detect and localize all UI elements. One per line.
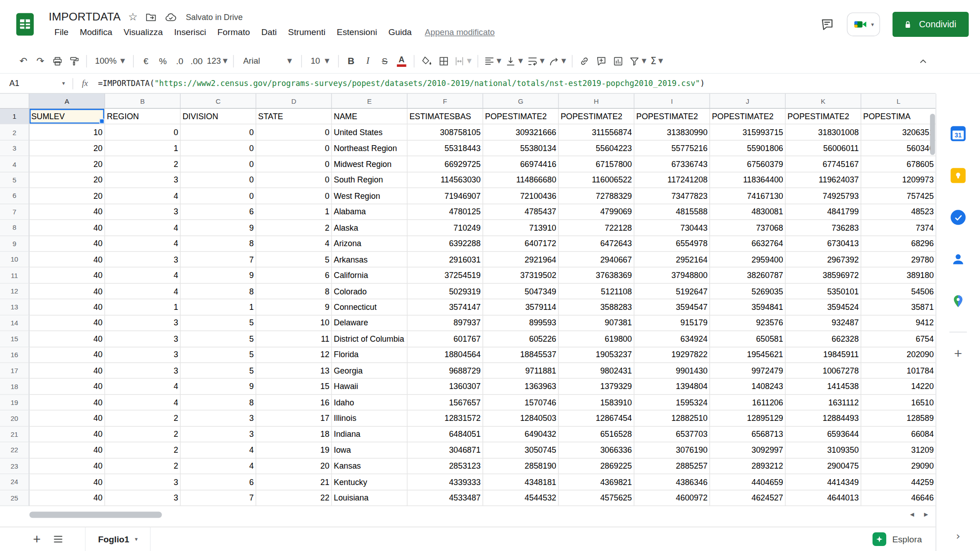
- text-color-button[interactable]: A: [393, 52, 410, 70]
- cell-G12[interactable]: 5047349: [483, 283, 559, 299]
- cell-I23[interactable]: 2885257: [635, 458, 710, 474]
- cell-D3[interactable]: 0: [256, 141, 332, 157]
- cell-C13[interactable]: 1: [181, 299, 256, 315]
- keep-icon[interactable]: [946, 163, 971, 188]
- cell-K24[interactable]: 4414349: [786, 474, 861, 490]
- cell-G1[interactable]: POPESTIMATE2: [483, 109, 559, 125]
- cell-F18[interactable]: 1360307: [407, 379, 483, 395]
- cell-L10[interactable]: 29780: [861, 252, 935, 268]
- cell-F15[interactable]: 601767: [407, 331, 483, 347]
- cell-E21[interactable]: Indiana: [332, 426, 407, 442]
- cell-J18[interactable]: 1408243: [710, 379, 786, 395]
- cell-K19[interactable]: 1631112: [786, 395, 861, 411]
- column-header-C[interactable]: C: [181, 94, 256, 108]
- cell-C19[interactable]: 8: [181, 395, 256, 411]
- cell-C10[interactable]: 7: [181, 252, 256, 268]
- cell-J11[interactable]: 38260787: [710, 268, 786, 283]
- cell-I11[interactable]: 37948800: [635, 268, 710, 283]
- cell-I12[interactable]: 5192647: [635, 283, 710, 299]
- cell-A11[interactable]: 40: [30, 268, 105, 283]
- cell-F21[interactable]: 6484051: [407, 426, 483, 442]
- cell-J12[interactable]: 5269035: [710, 283, 786, 299]
- cell-G5[interactable]: 114866680: [483, 172, 559, 188]
- cell-C15[interactable]: 5: [181, 331, 256, 347]
- cell-J21[interactable]: 6568713: [710, 426, 786, 442]
- cell-C5[interactable]: 0: [181, 172, 256, 188]
- cell-B18[interactable]: 4: [105, 379, 181, 395]
- cell-D7[interactable]: 1: [256, 204, 332, 220]
- cell-I4[interactable]: 67336743: [635, 157, 710, 172]
- cell-C7[interactable]: 6: [181, 204, 256, 220]
- bold-button[interactable]: B: [343, 52, 360, 70]
- cell-K5[interactable]: 119624037: [786, 172, 861, 188]
- text-rotation-button[interactable]: ▾: [546, 52, 568, 70]
- cell-K13[interactable]: 3594524: [786, 299, 861, 315]
- cell-K4[interactable]: 67745167: [786, 157, 861, 172]
- cell-J2[interactable]: 315993715: [710, 125, 786, 141]
- cell-I17[interactable]: 9901430: [635, 363, 710, 379]
- more-formats-button[interactable]: 123 ▾: [205, 52, 229, 70]
- cell-L8[interactable]: 7374: [861, 220, 935, 236]
- decrease-decimal-button[interactable]: .0: [171, 52, 188, 70]
- cell-D10[interactable]: 5: [256, 252, 332, 268]
- maps-icon[interactable]: [946, 288, 971, 313]
- cell-I25[interactable]: 4600972: [635, 490, 710, 506]
- cell-C2[interactable]: 0: [181, 125, 256, 141]
- text-wrap-button[interactable]: ▾: [525, 52, 546, 70]
- cell-G22[interactable]: 3050745: [483, 442, 559, 458]
- vertical-align-button[interactable]: ▾: [503, 52, 525, 70]
- italic-button[interactable]: I: [360, 52, 376, 70]
- cell-E4[interactable]: Midwest Region: [332, 157, 407, 172]
- cell-C25[interactable]: 7: [181, 490, 256, 506]
- cell-C6[interactable]: 0: [181, 188, 256, 204]
- cell-J7[interactable]: 4830081: [710, 204, 786, 220]
- cell-A1[interactable]: SUMLEV: [30, 109, 105, 125]
- cell-B23[interactable]: 2: [105, 458, 181, 474]
- insert-comment-button[interactable]: [593, 52, 610, 70]
- functions-button[interactable]: Σ ▾: [648, 52, 665, 70]
- cell-A12[interactable]: 40: [30, 283, 105, 299]
- cell-C3[interactable]: 0: [181, 141, 256, 157]
- cell-E15[interactable]: District of Columbia: [332, 331, 407, 347]
- cell-E19[interactable]: Idaho: [332, 395, 407, 411]
- cell-A15[interactable]: 40: [30, 331, 105, 347]
- cell-F9[interactable]: 6392288: [407, 236, 483, 252]
- cell-H25[interactable]: 4575625: [559, 490, 635, 506]
- filter-button[interactable]: ▾: [627, 52, 648, 70]
- cell-H2[interactable]: 311556874: [559, 125, 635, 141]
- cell-F3[interactable]: 55318443: [407, 141, 483, 157]
- cell-K22[interactable]: 3109350: [786, 442, 861, 458]
- cell-J10[interactable]: 2959400: [710, 252, 786, 268]
- cell-A9[interactable]: 40: [30, 236, 105, 252]
- row-header-18[interactable]: 18: [0, 379, 30, 395]
- tasks-icon[interactable]: [946, 205, 971, 230]
- cell-J3[interactable]: 55901806: [710, 141, 786, 157]
- cell-L24[interactable]: 44259: [861, 474, 935, 490]
- cell-L22[interactable]: 31209: [861, 442, 935, 458]
- cell-J22[interactable]: 3092997: [710, 442, 786, 458]
- cell-G18[interactable]: 1363963: [483, 379, 559, 395]
- cell-G24[interactable]: 4348181: [483, 474, 559, 490]
- row-header-6[interactable]: 6: [0, 188, 30, 204]
- cell-D22[interactable]: 19: [256, 442, 332, 458]
- cell-G17[interactable]: 9711881: [483, 363, 559, 379]
- cell-B13[interactable]: 1: [105, 299, 181, 315]
- cell-G6[interactable]: 72100436: [483, 188, 559, 204]
- cell-H18[interactable]: 1379329: [559, 379, 635, 395]
- cell-B22[interactable]: 2: [105, 442, 181, 458]
- cell-E6[interactable]: West Region: [332, 188, 407, 204]
- cell-L9[interactable]: 68296: [861, 236, 935, 252]
- cell-C21[interactable]: 3: [181, 426, 256, 442]
- cell-E18[interactable]: Hawaii: [332, 379, 407, 395]
- cell-G10[interactable]: 2921964: [483, 252, 559, 268]
- cell-J20[interactable]: 12895129: [710, 411, 786, 427]
- cell-H7[interactable]: 4799069: [559, 204, 635, 220]
- horizontal-scrollbar[interactable]: ◂ ▸: [0, 506, 936, 526]
- cell-F19[interactable]: 1567657: [407, 395, 483, 411]
- cell-C24[interactable]: 6: [181, 474, 256, 490]
- cell-A10[interactable]: 40: [30, 252, 105, 268]
- cell-E10[interactable]: Arkansas: [332, 252, 407, 268]
- row-header-17[interactable]: 17: [0, 363, 30, 379]
- name-box[interactable]: A1 ▾: [0, 79, 72, 88]
- row-header-11[interactable]: 11: [0, 268, 30, 283]
